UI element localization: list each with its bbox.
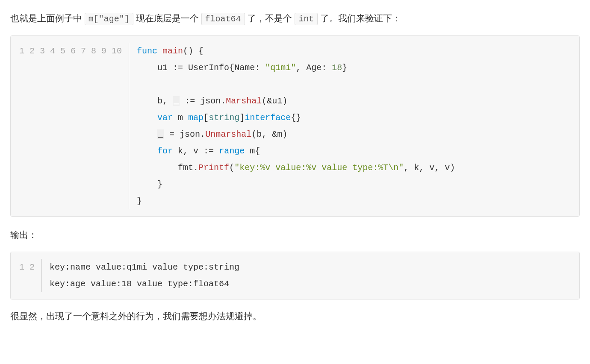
line-numbers: 1 2 3 4 5 6 7 8 9 10 bbox=[19, 43, 129, 209]
text-segment: 也就是上面例子中 bbox=[10, 13, 85, 23]
paragraph-conclusion: 很显然，出现了一个意料之外的行为，我们需要想办法规避掉。 bbox=[10, 308, 580, 324]
code-content-output: key:name value:q1mi value type:string ke… bbox=[50, 259, 239, 292]
code-content-go: func main() { u1 := UserInfo{Name: "q1mi… bbox=[137, 43, 455, 209]
inline-code-mage: m["age"] bbox=[85, 13, 133, 25]
inline-code-float64: float64 bbox=[201, 13, 245, 25]
code-block-go: 1 2 3 4 5 6 7 8 9 10 func main() { u1 :=… bbox=[10, 35, 580, 217]
text-segment: 了，不是个 bbox=[245, 13, 295, 23]
inline-code-int: int bbox=[295, 13, 318, 25]
code-block-output: 1 2 key:name value:q1mi value type:strin… bbox=[10, 252, 580, 299]
line-numbers: 1 2 bbox=[19, 259, 42, 292]
text-segment: 现在底层是一个 bbox=[133, 13, 201, 23]
output-label: 输出： bbox=[10, 227, 580, 243]
paragraph-intro: 也就是上面例子中 m["age"] 现在底层是一个 float64 了，不是个 … bbox=[10, 10, 580, 27]
text-segment: 了。我们来验证下： bbox=[318, 13, 401, 23]
